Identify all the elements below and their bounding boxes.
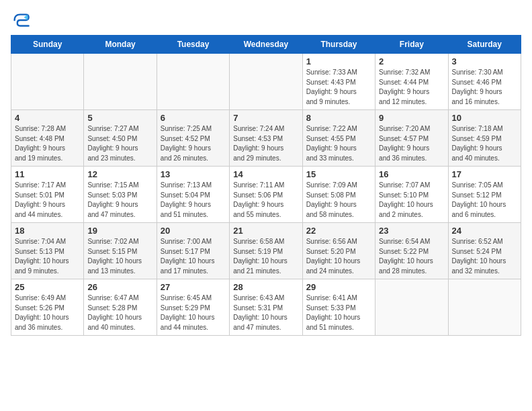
day-info: Sunrise: 6:41 AM Sunset: 5:33 PM Dayligh… [306, 293, 371, 332]
calendar-week-1: 1Sunrise: 7:33 AM Sunset: 4:43 PM Daylig… [11, 54, 521, 110]
day-info: Sunrise: 7:25 AM Sunset: 4:52 PM Dayligh… [161, 124, 226, 163]
day-info: Sunrise: 6:45 AM Sunset: 5:29 PM Dayligh… [161, 293, 226, 332]
calendar-cell: 22Sunrise: 6:56 AM Sunset: 5:20 PM Dayli… [302, 223, 375, 279]
calendar-cell [11, 54, 84, 110]
day-info: Sunrise: 7:18 AM Sunset: 4:59 PM Dayligh… [452, 124, 517, 163]
day-number: 23 [379, 226, 444, 236]
day-number: 26 [87, 282, 152, 292]
calendar-cell: 13Sunrise: 7:13 AM Sunset: 5:04 PM Dayli… [157, 167, 229, 223]
day-number: 19 [87, 226, 152, 236]
day-number: 4 [15, 113, 80, 123]
calendar-cell [448, 279, 521, 336]
day-number: 2 [379, 56, 444, 66]
calendar-cell: 15Sunrise: 7:09 AM Sunset: 5:08 PM Dayli… [302, 167, 375, 223]
header-sunday: Sunday [11, 36, 84, 54]
calendar-cell [230, 54, 302, 110]
calendar-cell: 29Sunrise: 6:41 AM Sunset: 5:33 PM Dayli… [302, 279, 375, 336]
day-number: 9 [379, 113, 444, 123]
day-info: Sunrise: 6:49 AM Sunset: 5:26 PM Dayligh… [15, 293, 80, 332]
header [11, 11, 521, 30]
day-number: 12 [87, 169, 152, 179]
calendar-cell: 1Sunrise: 7:33 AM Sunset: 4:43 PM Daylig… [302, 54, 375, 110]
day-number: 25 [15, 282, 80, 292]
calendar-cell [375, 279, 448, 336]
calendar-cell: 3Sunrise: 7:30 AM Sunset: 4:46 PM Daylig… [448, 54, 521, 110]
day-info: Sunrise: 7:02 AM Sunset: 5:15 PM Dayligh… [87, 237, 152, 276]
day-info: Sunrise: 7:09 AM Sunset: 5:08 PM Dayligh… [306, 181, 371, 220]
day-info: Sunrise: 7:07 AM Sunset: 5:10 PM Dayligh… [379, 181, 444, 220]
day-info: Sunrise: 6:52 AM Sunset: 5:24 PM Dayligh… [452, 237, 517, 276]
calendar-cell: 18Sunrise: 7:04 AM Sunset: 5:13 PM Dayli… [11, 223, 84, 279]
day-info: Sunrise: 7:22 AM Sunset: 4:55 PM Dayligh… [306, 124, 371, 163]
calendar-cell: 16Sunrise: 7:07 AM Sunset: 5:10 PM Dayli… [375, 167, 448, 223]
day-number: 17 [452, 169, 517, 179]
calendar-cell [84, 54, 157, 110]
day-info: Sunrise: 6:54 AM Sunset: 5:22 PM Dayligh… [379, 237, 444, 276]
day-info: Sunrise: 7:24 AM Sunset: 4:53 PM Dayligh… [233, 124, 298, 163]
calendar-cell: 27Sunrise: 6:45 AM Sunset: 5:29 PM Dayli… [157, 279, 229, 336]
calendar-cell [157, 54, 229, 110]
calendar-cell: 20Sunrise: 7:00 AM Sunset: 5:17 PM Dayli… [157, 223, 229, 279]
day-number: 8 [306, 113, 371, 123]
calendar-cell: 7Sunrise: 7:24 AM Sunset: 4:53 PM Daylig… [230, 110, 302, 167]
calendar-week-4: 18Sunrise: 7:04 AM Sunset: 5:13 PM Dayli… [11, 223, 521, 279]
calendar-cell: 21Sunrise: 6:58 AM Sunset: 5:19 PM Dayli… [230, 223, 302, 279]
calendar-cell: 17Sunrise: 7:05 AM Sunset: 5:12 PM Dayli… [448, 167, 521, 223]
day-number: 15 [306, 169, 371, 179]
day-info: Sunrise: 7:05 AM Sunset: 5:12 PM Dayligh… [452, 181, 517, 220]
calendar-header-row: SundayMondayTuesdayWednesdayThursdayFrid… [11, 36, 521, 54]
day-info: Sunrise: 7:27 AM Sunset: 4:50 PM Dayligh… [87, 124, 152, 163]
day-info: Sunrise: 7:04 AM Sunset: 5:13 PM Dayligh… [15, 237, 80, 276]
day-info: Sunrise: 7:33 AM Sunset: 4:43 PM Dayligh… [306, 68, 371, 107]
day-info: Sunrise: 7:20 AM Sunset: 4:57 PM Dayligh… [379, 124, 444, 163]
day-info: Sunrise: 7:30 AM Sunset: 4:46 PM Dayligh… [452, 68, 517, 107]
calendar-week-3: 11Sunrise: 7:17 AM Sunset: 5:01 PM Dayli… [11, 167, 521, 223]
day-number: 29 [306, 282, 371, 292]
day-info: Sunrise: 6:47 AM Sunset: 5:28 PM Dayligh… [87, 293, 152, 332]
day-number: 28 [233, 282, 298, 292]
header-thursday: Thursday [302, 36, 375, 54]
day-number: 3 [452, 56, 517, 66]
header-monday: Monday [84, 36, 157, 54]
calendar-cell: 23Sunrise: 6:54 AM Sunset: 5:22 PM Dayli… [375, 223, 448, 279]
calendar-cell: 14Sunrise: 7:11 AM Sunset: 5:06 PM Dayli… [230, 167, 302, 223]
day-info: Sunrise: 7:13 AM Sunset: 5:04 PM Dayligh… [161, 181, 226, 220]
calendar-cell: 11Sunrise: 7:17 AM Sunset: 5:01 PM Dayli… [11, 167, 84, 223]
day-number: 14 [233, 169, 298, 179]
day-info: Sunrise: 6:58 AM Sunset: 5:19 PM Dayligh… [233, 237, 298, 276]
header-wednesday: Wednesday [230, 36, 302, 54]
day-number: 18 [15, 226, 80, 236]
day-number: 20 [161, 226, 226, 236]
calendar-week-2: 4Sunrise: 7:28 AM Sunset: 4:48 PM Daylig… [11, 110, 521, 167]
calendar-cell: 24Sunrise: 6:52 AM Sunset: 5:24 PM Dayli… [448, 223, 521, 279]
day-number: 5 [87, 113, 152, 123]
day-number: 22 [306, 226, 371, 236]
calendar-cell: 4Sunrise: 7:28 AM Sunset: 4:48 PM Daylig… [11, 110, 84, 167]
calendar-cell: 25Sunrise: 6:49 AM Sunset: 5:26 PM Dayli… [11, 279, 84, 336]
day-info: Sunrise: 7:32 AM Sunset: 4:44 PM Dayligh… [379, 68, 444, 107]
calendar-week-5: 25Sunrise: 6:49 AM Sunset: 5:26 PM Dayli… [11, 279, 521, 336]
calendar-cell: 2Sunrise: 7:32 AM Sunset: 4:44 PM Daylig… [375, 54, 448, 110]
calendar-cell: 26Sunrise: 6:47 AM Sunset: 5:28 PM Dayli… [84, 279, 157, 336]
calendar-cell: 19Sunrise: 7:02 AM Sunset: 5:15 PM Dayli… [84, 223, 157, 279]
calendar-cell: 28Sunrise: 6:43 AM Sunset: 5:31 PM Dayli… [230, 279, 302, 336]
day-number: 1 [306, 56, 371, 66]
day-number: 13 [161, 169, 226, 179]
day-info: Sunrise: 7:15 AM Sunset: 5:03 PM Dayligh… [87, 181, 152, 220]
calendar-table: SundayMondayTuesdayWednesdayThursdayFrid… [11, 35, 521, 336]
day-info: Sunrise: 7:11 AM Sunset: 5:06 PM Dayligh… [233, 181, 298, 220]
calendar-cell: 6Sunrise: 7:25 AM Sunset: 4:52 PM Daylig… [157, 110, 229, 167]
calendar-cell: 9Sunrise: 7:20 AM Sunset: 4:57 PM Daylig… [375, 110, 448, 167]
day-number: 27 [161, 282, 226, 292]
calendar-cell: 5Sunrise: 7:27 AM Sunset: 4:50 PM Daylig… [84, 110, 157, 167]
main-container: SundayMondayTuesdayWednesdayThursdayFrid… [0, 0, 532, 342]
day-number: 7 [233, 113, 298, 123]
header-friday: Friday [375, 36, 448, 54]
day-info: Sunrise: 7:28 AM Sunset: 4:48 PM Dayligh… [15, 124, 80, 163]
day-number: 24 [452, 226, 517, 236]
logo [11, 11, 32, 30]
day-number: 11 [15, 169, 80, 179]
calendar-cell: 12Sunrise: 7:15 AM Sunset: 5:03 PM Dayli… [84, 167, 157, 223]
day-number: 21 [233, 226, 298, 236]
calendar-cell: 10Sunrise: 7:18 AM Sunset: 4:59 PM Dayli… [448, 110, 521, 167]
